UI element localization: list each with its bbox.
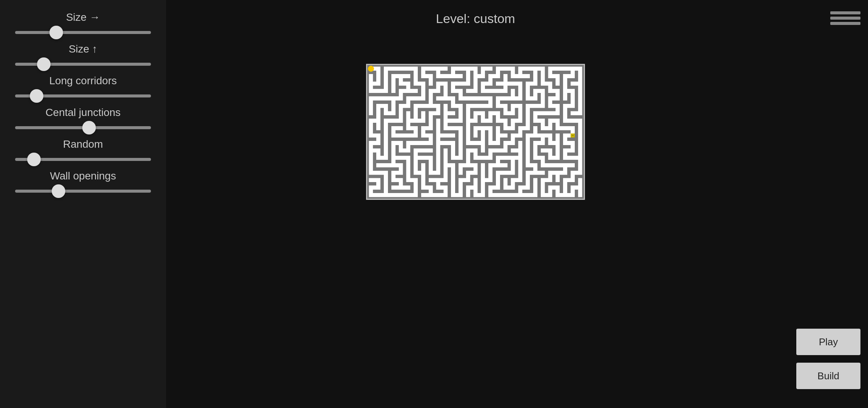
play-button[interactable]: Play: [796, 329, 860, 355]
slider-label-random: Random: [15, 138, 151, 150]
slider-label-long-corridors: Long corridors: [15, 75, 151, 87]
slider-input-long-corridors[interactable]: [15, 94, 151, 97]
slider-group-size-h: Size →: [15, 11, 151, 36]
hamburger-line-3: [830, 22, 860, 25]
slider-group-size-v: Size ↑: [15, 43, 151, 67]
center-area: Level: custom: [166, 0, 785, 408]
hamburger-line-1: [830, 11, 860, 14]
slider-label-size-h: Size →: [15, 11, 151, 23]
slider-label-wall-openings: Wall openings: [15, 170, 151, 182]
slider-input-size-v[interactable]: [15, 63, 151, 66]
slider-label-size-v: Size ↑: [15, 43, 151, 55]
slider-input-size-h[interactable]: [15, 31, 151, 34]
maze-container: [366, 64, 585, 200]
slider-input-wall-openings[interactable]: [15, 190, 151, 193]
slider-group-central-junctions: Cental junctions: [15, 107, 151, 131]
left-panel: Size →Size ↑Long corridorsCental junctio…: [0, 0, 166, 408]
maze-canvas: [366, 64, 585, 200]
slider-group-random: Random: [15, 138, 151, 162]
hamburger-menu[interactable]: [830, 11, 860, 25]
hamburger-line-2: [830, 17, 860, 20]
slider-input-central-junctions[interactable]: [15, 126, 151, 129]
right-panel: Play Build: [785, 0, 868, 408]
action-buttons: Play Build: [796, 329, 860, 389]
slider-group-long-corridors: Long corridors: [15, 75, 151, 99]
slider-input-random[interactable]: [15, 158, 151, 161]
level-title: Level: custom: [436, 11, 515, 26]
slider-label-central-junctions: Cental junctions: [15, 107, 151, 119]
slider-group-wall-openings: Wall openings: [15, 170, 151, 194]
build-button[interactable]: Build: [796, 363, 860, 389]
